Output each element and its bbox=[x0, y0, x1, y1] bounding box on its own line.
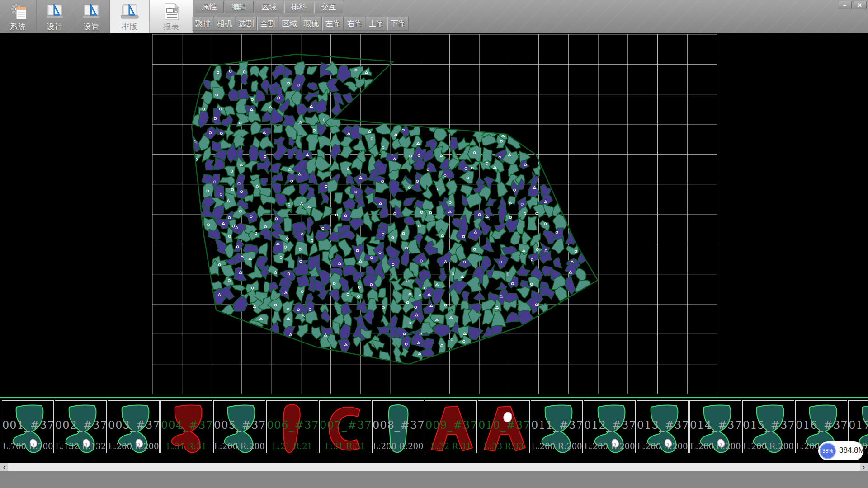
system-gear-icon bbox=[8, 2, 28, 22]
piece-id-label: 005_#37 bbox=[214, 419, 265, 432]
piece-lr-label: L:200 R:200 bbox=[373, 441, 424, 451]
nesting-canvas[interactable] bbox=[0, 33, 868, 397]
mode-button-report-doc[interactable]: 报表 bbox=[150, 0, 193, 33]
menu-item-2[interactable]: 编辑 bbox=[225, 1, 254, 13]
piece-thumbnail[interactable]: 011_#37 L:200 R:200 bbox=[531, 400, 583, 453]
piece-id-label: 004_#37 bbox=[161, 419, 212, 432]
piece-lr-label: L:31 R:31 bbox=[320, 441, 371, 451]
status-bar bbox=[0, 471, 868, 488]
piece-thumbnail[interactable]: 004_#37 L:31 R:31 bbox=[160, 400, 212, 453]
piece-thumbnail[interactable]: 012_#37 L:200 R:200 bbox=[584, 400, 636, 453]
piece-id-label: 016_#37 bbox=[796, 419, 847, 432]
tool-button-10[interactable]: 下靠 bbox=[387, 17, 409, 31]
mode-button-label: 设置 bbox=[73, 22, 109, 32]
piece-id-label: 017_#37 bbox=[849, 419, 868, 432]
piece-id-label: 001_#37 bbox=[2, 419, 53, 432]
main-toolbar: 系统 设计 设置 排版 报表 属性编辑区域排料交互 聚排相机选割全割区域瑕疵左靠… bbox=[0, 0, 868, 33]
piece-thumbnail[interactable]: 003_#37 L:200 R:200 bbox=[108, 400, 160, 453]
piece-lr-label: L:21 R:21 bbox=[267, 441, 318, 451]
design-ruler-icon bbox=[45, 2, 65, 22]
piece-id-label: 015_#37 bbox=[743, 419, 794, 432]
piece-thumbnail[interactable]: 007_#37 L:31 R:31 bbox=[319, 400, 371, 453]
tool-button-7[interactable]: 左靠 bbox=[322, 17, 344, 31]
piece-lr-label: L:200 R:200 bbox=[214, 441, 265, 451]
piece-lr-label: L:200 R:200 bbox=[584, 441, 635, 451]
piece-lr-label: L:33 R:33 bbox=[478, 441, 529, 451]
piece-id-label: 008_#37 bbox=[373, 419, 424, 432]
tool-button-2[interactable]: 相机 bbox=[214, 17, 235, 31]
menu-item-5[interactable]: 交互 bbox=[314, 1, 343, 13]
piece-thumbnail[interactable]: 013_#37 L:200 R:200 bbox=[637, 400, 689, 453]
tool-button-3[interactable]: 选割 bbox=[236, 17, 257, 31]
piece-thumbnail[interactable]: 015_#37 L:200 R:200 bbox=[742, 400, 794, 453]
minimize-button[interactable]: – bbox=[838, 1, 852, 9]
piece-id-label: 010_#37 bbox=[478, 419, 529, 432]
piece-id-label: 006_#37 bbox=[267, 419, 318, 432]
piece-lr-label: L:700 R:700 bbox=[2, 441, 53, 451]
mode-button-label: 设计 bbox=[37, 22, 73, 32]
piece-id-label: 002_#37 bbox=[55, 419, 106, 432]
close-button[interactable]: ✕ bbox=[853, 1, 867, 9]
menu-item-3[interactable]: 区域 bbox=[255, 1, 283, 13]
piece-id-label: 012_#37 bbox=[584, 419, 635, 432]
memory-usage: 384.8M bbox=[839, 446, 865, 455]
mode-button-settings-ruler[interactable]: 设置 bbox=[73, 0, 110, 33]
piece-lr-label: L:132 R:132 bbox=[55, 441, 106, 451]
scrollbar-track[interactable] bbox=[8, 463, 860, 471]
menu-item-1[interactable]: 属性 bbox=[195, 1, 224, 13]
piece-lr-label: L:32 R:31 bbox=[425, 441, 476, 451]
piece-id-label: 003_#37 bbox=[108, 419, 159, 432]
piece-lr-label: L:200 R:200 bbox=[637, 441, 688, 451]
progress-badge: 38% 384.8M bbox=[818, 441, 863, 460]
piece-lr-label: L:200 R:200 bbox=[743, 441, 794, 451]
progress-percent: 38% bbox=[820, 443, 836, 459]
piece-thumbnail[interactable]: 008_#37 L:200 R:200 bbox=[372, 400, 424, 453]
menu-bar: 属性编辑区域排料交互 bbox=[195, 1, 344, 13]
piece-thumbnail[interactable]: 010_#37 L:33 R:33 bbox=[478, 400, 530, 453]
tool-button-4[interactable]: 全割 bbox=[257, 17, 278, 31]
piece-thumbnail[interactable]: 001_#37 L:700 R:700 bbox=[2, 400, 54, 453]
scroll-left-icon[interactable]: ‹ bbox=[0, 463, 8, 471]
settings-ruler-icon bbox=[81, 2, 101, 22]
piece-thumbnail[interactable]: 002_#37 L:132 R:132 bbox=[55, 400, 107, 453]
piece-thumbnail[interactable]: 006_#37 L:21 R:21 bbox=[266, 400, 318, 453]
tool-button-8[interactable]: 右靠 bbox=[344, 17, 365, 31]
piece-lr-label: L:200 R:200 bbox=[108, 441, 159, 451]
mode-button-label: 系统 bbox=[0, 22, 36, 32]
mode-button-label: 报表 bbox=[150, 22, 193, 32]
horizontal-scrollbar[interactable]: ‹ › bbox=[0, 463, 868, 471]
mode-button-label: 排版 bbox=[110, 22, 149, 32]
piece-lr-label: L:31 R:31 bbox=[161, 441, 212, 451]
piece-id-label: 011_#37 bbox=[531, 419, 582, 432]
mode-button-design-ruler[interactable]: 设计 bbox=[37, 0, 73, 33]
menu-item-4[interactable]: 排料 bbox=[284, 1, 313, 13]
mode-button-system-gear[interactable]: 系统 bbox=[0, 0, 37, 33]
piece-id-label: 014_#37 bbox=[690, 419, 741, 432]
tool-button-9[interactable]: 上靠 bbox=[366, 17, 387, 31]
piece-id-label: 013_#37 bbox=[637, 419, 688, 432]
tool-bar: 聚排相机选割全割区域瑕疵左靠右靠上靠下靠 bbox=[192, 17, 409, 31]
piece-thumbnail[interactable]: 009_#37 L:32 R:31 bbox=[425, 400, 477, 453]
report-doc-icon bbox=[161, 2, 181, 22]
mode-button-nesting-ruler[interactable]: 排版 bbox=[110, 0, 150, 33]
piece-lr-label: L:200 R:200 bbox=[690, 441, 741, 451]
nesting-canvas-svg bbox=[0, 33, 868, 397]
nesting-ruler-icon bbox=[120, 2, 140, 22]
tool-button-1[interactable]: 聚排 bbox=[192, 17, 213, 31]
piece-thumbnail[interactable]: 014_#37 L:200 R:200 bbox=[689, 400, 741, 453]
piece-thumbnail[interactable]: 005_#37 L:200 R:200 bbox=[213, 400, 265, 453]
piece-id-label: 007_#37 bbox=[320, 419, 371, 432]
scroll-right-icon[interactable]: › bbox=[860, 463, 868, 471]
piece-lr-label: L:200 R:200 bbox=[531, 441, 582, 451]
piece-thumbnail-strip: 001_#37 L:700 R:700 002_#37 L:132 R:132 … bbox=[0, 400, 868, 463]
tool-button-5[interactable]: 区域 bbox=[279, 17, 300, 31]
piece-id-label: 009_#37 bbox=[425, 419, 476, 432]
tool-button-6[interactable]: 瑕疵 bbox=[301, 17, 322, 31]
